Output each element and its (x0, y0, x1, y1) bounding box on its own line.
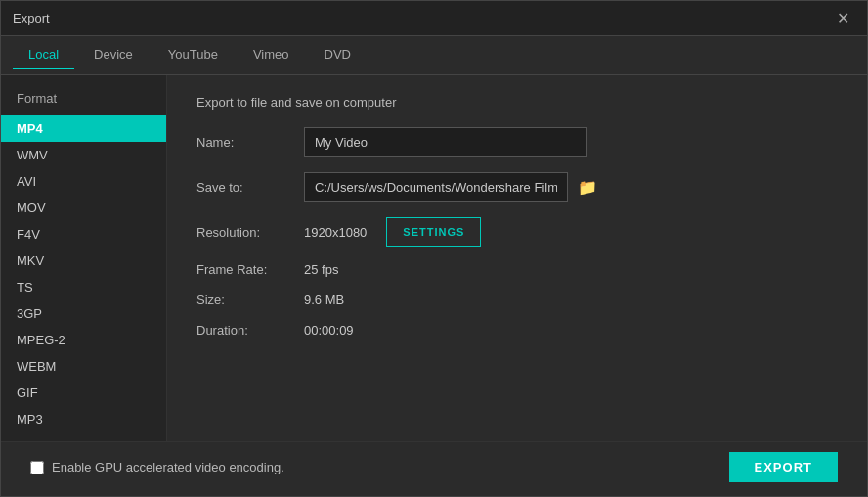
sidebar-item-wmv[interactable]: WMV (1, 142, 166, 168)
main-panel: Export to file and save on computer Name… (167, 75, 867, 441)
duration-value: 00:00:09 (304, 323, 354, 338)
close-button[interactable]: ✕ (831, 9, 855, 28)
sidebar-item-mp4[interactable]: MP4 (1, 115, 166, 142)
save-to-label: Save to: (196, 180, 304, 195)
duration-row: Duration: 00:00:09 (196, 323, 838, 338)
tab-vimeo[interactable]: Vimeo (238, 41, 305, 69)
tab-dvd[interactable]: DVD (309, 41, 367, 69)
sidebar-item-avi[interactable]: AVI (1, 168, 166, 195)
sidebar-header: Format (1, 87, 166, 115)
window-title: Export (13, 11, 50, 25)
size-value: 9.6 MB (304, 293, 344, 307)
bottom-bar: Enable GPU accelerated video encoding. E… (1, 441, 867, 496)
sidebar-item-webm[interactable]: WEBM (1, 353, 166, 380)
sidebar-item-mpeg2[interactable]: MPEG-2 (1, 327, 166, 353)
sidebar-item-gif[interactable]: GIF (1, 380, 166, 406)
name-input[interactable] (304, 127, 587, 157)
save-to-input[interactable] (304, 172, 568, 202)
sidebar-item-3gp[interactable]: 3GP (1, 300, 166, 327)
resolution-row: Resolution: 1920x1080 SETTINGS (196, 217, 838, 247)
sidebar-item-mov[interactable]: MOV (1, 195, 166, 221)
gpu-checkbox[interactable] (30, 461, 44, 474)
save-to-field-group: 📁 (304, 172, 601, 202)
sidebar-item-mp3[interactable]: MP3 (1, 406, 166, 432)
tab-device[interactable]: Device (78, 41, 149, 69)
frame-rate-value: 25 fps (304, 262, 338, 277)
frame-rate-row: Frame Rate: 25 fps (196, 262, 838, 277)
size-row: Size: 9.6 MB (196, 293, 838, 307)
sidebar-item-f4v[interactable]: F4V (1, 221, 166, 248)
settings-button[interactable]: SETTINGS (386, 217, 481, 247)
frame-rate-label: Frame Rate: (196, 262, 304, 277)
main-content: Format MP4 WMV AVI MOV F4V MKV TS 3GP MP… (1, 75, 867, 441)
sidebar: Format MP4 WMV AVI MOV F4V MKV TS 3GP MP… (1, 75, 167, 441)
resolution-label: Resolution: (196, 225, 304, 240)
resolution-value: 1920x1080 (304, 225, 367, 240)
resolution-value-group: 1920x1080 SETTINGS (304, 217, 481, 247)
sidebar-item-mkv[interactable]: MKV (1, 248, 166, 274)
gpu-label: Enable GPU accelerated video encoding. (52, 460, 284, 474)
folder-browse-button[interactable]: 📁 (574, 176, 601, 199)
save-to-row: Save to: 📁 (196, 172, 838, 202)
tab-youtube[interactable]: YouTube (152, 41, 234, 69)
gpu-row: Enable GPU accelerated video encoding. (30, 460, 284, 474)
sidebar-item-ts[interactable]: TS (1, 274, 166, 300)
main-description: Export to file and save on computer (196, 95, 838, 110)
export-window: Export ✕ Local Device YouTube Vimeo DVD … (0, 0, 868, 497)
titlebar: Export ✕ (1, 1, 867, 36)
duration-label: Duration: (196, 323, 304, 338)
name-label: Name: (196, 135, 304, 150)
tab-local[interactable]: Local (13, 41, 74, 69)
export-button[interactable]: EXPORT (729, 452, 838, 482)
name-row: Name: (196, 127, 838, 157)
tab-bar: Local Device YouTube Vimeo DVD (1, 36, 867, 75)
size-label: Size: (196, 293, 304, 307)
